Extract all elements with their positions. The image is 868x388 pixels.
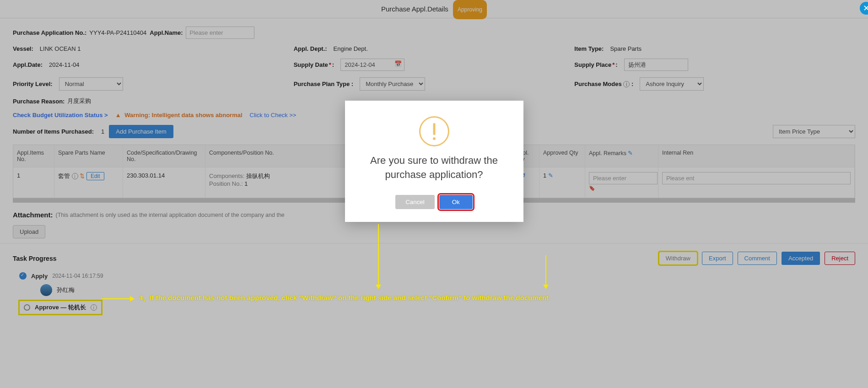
exclamation-icon (419, 116, 449, 146)
apply-step-date: 2024-11-04 16:17:59 (52, 273, 103, 279)
timeline: Apply 2024-11-04 16:17:59 孙红梅 Approve — … (13, 272, 855, 314)
tag-icon[interactable]: 🔖 (589, 185, 595, 191)
budget-link[interactable]: Check Budget Utilization Status > (13, 112, 108, 119)
appl-date-label: Appl.Date: (13, 61, 43, 68)
comment-button[interactable]: Comment (738, 252, 777, 265)
supply-place-label: Supply Place*: (574, 61, 617, 68)
num-items-value: 1 (101, 128, 104, 135)
priority-select[interactable]: Normal (59, 77, 123, 91)
export-button[interactable]: Export (702, 252, 733, 265)
info-icon[interactable]: i (91, 304, 97, 311)
attachment-note: (This attachment is only used as the int… (56, 212, 285, 218)
cell-name: 套管 i ⇅ Edit (54, 167, 123, 198)
confirm-modal: Are you sure to withdraw the purchase ap… (345, 101, 523, 222)
appl-dept-value: Engine Dept. (334, 45, 368, 52)
th-approved: Approved Qty (539, 145, 585, 167)
page-header: Purchase Appl.Details Approving (0, 0, 868, 18)
purchase-modes-label: Purchase Modes i : (574, 81, 633, 87)
add-purchase-item-button[interactable]: Add Purchase Item (109, 125, 173, 138)
warning-icon: ▲ (115, 112, 121, 119)
page-title: Purchase Appl.Details Approving (381, 5, 487, 13)
apply-step-title: Apply (31, 273, 48, 280)
vessel-label: Vessel: (13, 45, 33, 52)
edit-button[interactable]: Edit (86, 172, 104, 180)
cell-code: 230.303.01.14 (123, 167, 205, 198)
cell-no: 1 (13, 167, 54, 198)
reject-button[interactable]: Reject (825, 252, 855, 265)
appl-date-value: 2024-11-04 (49, 61, 80, 68)
plan-type-select[interactable]: Monthly Purchase (360, 77, 425, 91)
remarks-input[interactable] (589, 172, 658, 184)
internal-input[interactable] (662, 172, 851, 184)
action-bar: Withdraw Export Comment Accepted Reject (659, 252, 855, 265)
status-badge: Approving (453, 0, 487, 19)
vessel-value: LINK OCEAN 1 (40, 45, 81, 52)
step-done-icon (19, 272, 27, 280)
avatar (40, 284, 52, 296)
modal-message: Are you sure to withdraw the purchase ap… (359, 154, 510, 182)
plan-type-label: Purchase Plan Type : (294, 81, 354, 87)
purchase-modes-select[interactable]: Ashore Inquiry (640, 77, 704, 91)
app-no-value: YYY4-PA-P24110404 (89, 29, 146, 36)
upload-button[interactable]: Upload (13, 225, 45, 238)
cell-approved-qty: 1 ✎ (539, 167, 585, 198)
attachment-label: Attachment: (13, 211, 53, 219)
appl-dept-label: Appl. Dept.: (294, 45, 327, 52)
item-type-label: Item Type: (574, 45, 604, 52)
reason-label: Purchase Reason: (13, 98, 65, 105)
apply-user: 孙红梅 (57, 286, 75, 294)
app-no-label: Purchase Application No.: (13, 29, 86, 36)
th-code: Code/Specification/Drawing No. (123, 145, 205, 167)
cancel-button[interactable]: Cancel (395, 195, 435, 209)
priority-label: Priority Level: (13, 81, 53, 87)
calendar-icon[interactable]: 📅 (394, 60, 402, 67)
supply-date-label: Supply Date*: (294, 61, 334, 68)
warning-text: ▲ Warning: Intelligent data shows abnorm… (115, 112, 243, 119)
item-price-type-select[interactable]: Item Price Type (773, 125, 855, 138)
reason-value: 月度采购 (67, 97, 91, 105)
ok-button[interactable]: Ok (439, 195, 473, 209)
info-icon[interactable]: i (72, 173, 78, 179)
cell-remarks: 🔖 (585, 167, 658, 198)
approve-step-title: Approve — 轮机长 (35, 303, 86, 312)
th-name: Spare Parts Name (54, 145, 123, 167)
th-items-no: Appl.Items No. (13, 145, 54, 167)
cell-internal (658, 167, 855, 198)
step-pending-icon (24, 304, 30, 311)
app-name-label: Appl.Name: (150, 29, 183, 36)
app-name-input[interactable] (186, 27, 254, 39)
edit-icon[interactable]: ✎ (628, 150, 633, 156)
th-internal: Internal Ren (658, 145, 855, 167)
info-icon[interactable]: i (623, 81, 630, 87)
accepted-button[interactable]: Accepted (782, 252, 820, 265)
item-type-value: Spare Parts (610, 45, 642, 52)
withdraw-button[interactable]: Withdraw (659, 252, 697, 265)
num-items-label: Number of Items Purchased: (13, 128, 94, 135)
sort-icon[interactable]: ⇅ (80, 172, 85, 179)
supply-place-input[interactable] (624, 59, 688, 71)
task-progress-title: Task Progress (13, 255, 56, 262)
annotation-text: 4、If the document has not been approved,… (139, 294, 549, 302)
th-remarks: Appl. Remarks ✎ (585, 145, 658, 167)
edit-icon[interactable]: ✎ (548, 172, 553, 179)
check-link[interactable]: Click to Check >> (250, 112, 297, 119)
